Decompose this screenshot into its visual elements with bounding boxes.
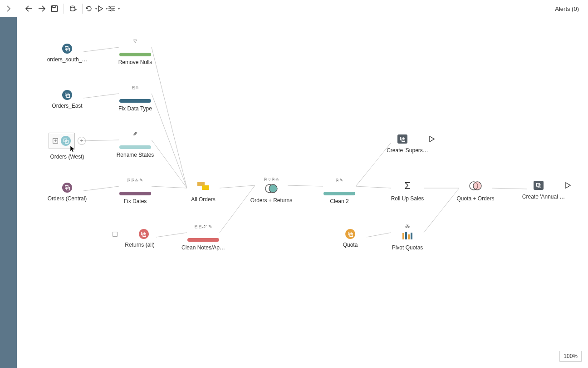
- step-change-icon: [53, 138, 58, 144]
- svg-point-5: [110, 10, 112, 11]
- node-returns-all[interactable]: Returns (all): [113, 229, 167, 248]
- node-remove-nulls[interactable]: ▽ Remove Nulls: [108, 39, 162, 65]
- database-plus-icon: [69, 5, 77, 12]
- zoom-indicator[interactable]: 100%: [559, 351, 582, 362]
- node-rename-states[interactable]: 🖇 Rename States: [108, 132, 162, 158]
- node-orders-central[interactable]: Orders (Central): [40, 183, 94, 202]
- node-label: Quota + Orders: [448, 195, 503, 202]
- arrow-left-icon: [25, 5, 33, 12]
- sliders-icon: [108, 5, 115, 12]
- node-label: orders_south_…: [40, 56, 94, 63]
- save-button[interactable]: [48, 2, 61, 15]
- datasource-icon: [64, 92, 70, 98]
- node-quota-orders[interactable]: Quota + Orders: [448, 180, 503, 202]
- run-output-button[interactable]: [429, 136, 435, 142]
- svg-rect-30: [65, 140, 68, 143]
- node-all-orders[interactable]: All Orders: [176, 180, 230, 203]
- node-orders-east[interactable]: Orders_East: [40, 90, 94, 109]
- aggregate-icon: Σ: [401, 180, 414, 192]
- changes-icon: ⎘ ⁂: [132, 85, 139, 91]
- node-label: Clean 2: [312, 198, 367, 204]
- alerts-indicator[interactable]: Alerts (0): [555, 5, 583, 12]
- svg-rect-47: [405, 232, 407, 239]
- node-label: Orders + Returns: [244, 197, 299, 204]
- datasource-icon: [63, 138, 69, 144]
- run-dropdown[interactable]: [98, 5, 108, 12]
- svg-rect-42: [142, 232, 145, 235]
- node-fix-dates[interactable]: ⎘ ⎘ ⁂ ✎ Fix Dates: [108, 178, 162, 204]
- changes-icon: ⎘ ▽ ⎘ ⁂: [264, 177, 279, 183]
- svg-rect-45: [349, 233, 353, 236]
- save-icon: [51, 5, 58, 12]
- node-label: Pivot Quotas: [380, 244, 435, 251]
- svg-line-10: [152, 47, 187, 188]
- svg-rect-48: [408, 234, 410, 239]
- svg-rect-44: [348, 232, 351, 235]
- node-clean-notes[interactable]: ⎘ ⎘ 🖇 ✎ Clean Notes/Ap…: [176, 224, 230, 251]
- svg-rect-49: [411, 233, 412, 239]
- svg-rect-25: [66, 48, 69, 51]
- node-pivot-quotas[interactable]: ⁂ Pivot Quotas: [380, 224, 435, 251]
- node-label: Rename States: [108, 152, 162, 158]
- node-label: Orders (Central): [40, 195, 94, 202]
- node-label: Orders (West): [40, 154, 94, 160]
- output-icon: [397, 134, 407, 144]
- left-rail: [0, 17, 17, 368]
- node-create-supers[interactable]: Create 'Supers…: [380, 134, 435, 154]
- node-label: Fix Dates: [108, 198, 162, 204]
- svg-point-2: [70, 6, 75, 8]
- svg-rect-31: [65, 185, 68, 189]
- node-label: Create 'Supers…: [380, 147, 435, 154]
- settings-dropdown[interactable]: [108, 5, 120, 12]
- forward-button[interactable]: [35, 2, 48, 15]
- add-step-button[interactable]: +: [78, 137, 86, 145]
- svg-rect-1: [53, 6, 55, 8]
- node-label: Orders_East: [40, 103, 94, 109]
- refresh-icon: [85, 5, 93, 12]
- node-fix-data-type[interactable]: ⎘ ⁂ Fix Data Type: [108, 85, 162, 112]
- svg-point-3: [109, 6, 111, 7]
- node-orders-south[interactable]: orders_south_…: [40, 44, 94, 63]
- changes-icon: ⁂: [405, 224, 410, 230]
- svg-rect-41: [113, 232, 118, 236]
- refresh-dropdown[interactable]: [85, 5, 98, 12]
- join-icon: [265, 183, 278, 194]
- arrow-right-icon: [38, 5, 46, 12]
- node-label: All Orders: [176, 196, 230, 203]
- run-output-button[interactable]: [565, 182, 571, 189]
- toolbar: Alerts (0): [17, 0, 588, 18]
- node-label: Fix Data Type: [108, 105, 162, 112]
- step-change-icon: [113, 232, 118, 237]
- node-clean2[interactable]: ⎘ ✎ Clean 2: [312, 178, 367, 204]
- svg-rect-46: [402, 233, 404, 239]
- changes-icon: ⎘ ⎘ 🖇 ✎: [195, 224, 212, 230]
- expand-sidebar-button[interactable]: [0, 0, 17, 17]
- back-button[interactable]: [23, 2, 35, 15]
- connect-data-button[interactable]: [67, 2, 79, 15]
- node-orders-returns[interactable]: ⎘ ▽ ⎘ ⁂ Orders + Returns: [244, 177, 299, 204]
- datasource-icon: [64, 46, 70, 52]
- app-root: Alerts (0) orders_south_… ▽ Remove Nulls…: [0, 0, 588, 368]
- clip-icon: 🖇: [133, 132, 137, 137]
- changes-icon: ⎘ ⎘ ⁂ ✎: [127, 178, 143, 184]
- node-label: Roll Up Sales: [380, 195, 435, 202]
- node-label: Returns (all): [113, 242, 167, 248]
- node-quota[interactable]: Quota: [323, 229, 377, 248]
- svg-point-34: [269, 184, 277, 193]
- join-icon: [469, 180, 482, 192]
- svg-rect-29: [64, 139, 67, 142]
- node-create-annual[interactable]: Create 'Annual …: [516, 181, 571, 200]
- svg-rect-24: [65, 46, 68, 50]
- caret-down-icon: [118, 8, 120, 10]
- output-icon: [534, 181, 544, 190]
- svg-rect-32: [66, 187, 69, 190]
- node-label: Clean Notes/Ap…: [176, 244, 230, 251]
- node-orders-west[interactable]: + Orders (West): [40, 133, 94, 160]
- node-label: Quota: [323, 242, 377, 248]
- svg-rect-27: [66, 94, 69, 97]
- node-roll-up[interactable]: Σ Roll Up Sales: [380, 180, 435, 202]
- datasource-icon: [64, 185, 70, 191]
- play-icon: [98, 5, 103, 12]
- datasource-icon: [348, 231, 353, 237]
- flow-canvas[interactable]: orders_south_… ▽ Remove Nulls Orders_Eas…: [17, 17, 588, 368]
